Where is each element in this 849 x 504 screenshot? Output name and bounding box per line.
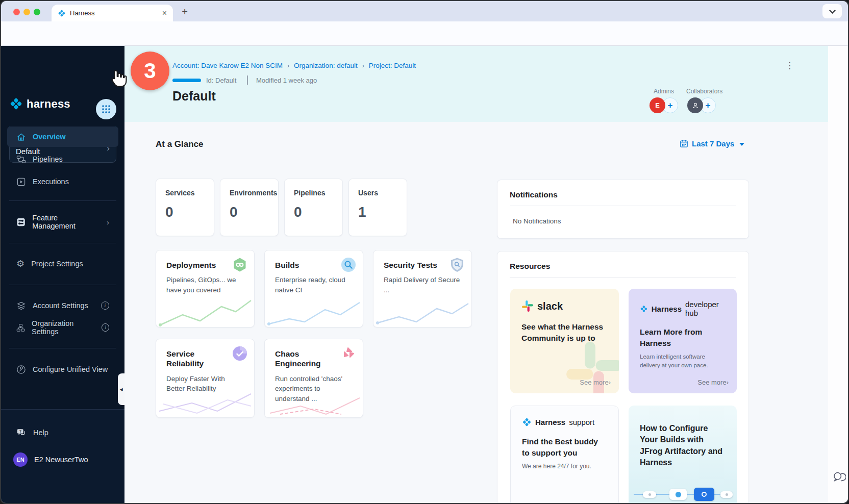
module-card-builds[interactable]: Builds Enterprise ready, cloud native CI <box>264 250 363 327</box>
notifications-empty-text: No Notifications <box>510 217 736 225</box>
user-avatar: EN <box>13 452 28 467</box>
help-chat-icon: ? <box>16 428 27 438</box>
sidebar-item-help[interactable]: ? Help <box>7 422 118 443</box>
sidebar-divider <box>9 243 116 243</box>
module-card-security-tests[interactable]: Security Tests Rapid Delivery of Secure … <box>373 250 472 327</box>
resource-heading: Find the Best buddy to support you <box>522 436 607 458</box>
tab-search-button[interactable] <box>822 4 842 18</box>
sidebar-item-pipelines[interactable]: Pipelines <box>7 149 118 169</box>
resource-heading: Learn More from Harness <box>640 326 726 348</box>
feature-flags-icon <box>16 217 26 227</box>
header-menu-icon[interactable]: ⋮ <box>785 60 794 71</box>
date-range-picker[interactable]: Last 7 Days <box>680 139 744 148</box>
caret-down-icon <box>739 143 744 146</box>
sidebar-item-label: Pipelines <box>33 155 63 163</box>
sidebar-divider <box>9 200 116 201</box>
sidebar-item-overview[interactable]: Overview <box>7 127 118 147</box>
chevron-right-icon: › <box>287 62 289 69</box>
sidebar-item-configure-unified-view[interactable]: Configure Unified View <box>7 359 118 380</box>
close-window-button[interactable] <box>13 9 20 15</box>
builds-icon <box>341 257 356 272</box>
glance-title: At a Glance <box>156 139 204 149</box>
module-card-deployments[interactable]: Deployments Pipelines, GitOps... we have… <box>156 250 255 327</box>
minimize-window-button[interactable] <box>23 9 30 15</box>
sidebar-item-label: Configure Unified View <box>33 365 108 373</box>
breadcrumb-project-link[interactable]: Project: Default <box>369 62 416 69</box>
stat-label: Users <box>358 189 397 197</box>
stat-label: Environments <box>230 189 269 197</box>
brand-bold: Harness <box>652 305 682 313</box>
layers-gear-icon <box>16 301 26 311</box>
browser-tab[interactable]: Harness × <box>52 5 173 21</box>
module-card-service-reliability[interactable]: Service Reliability Deploy Faster With B… <box>156 339 255 418</box>
collaborators-label: Collaborators <box>686 88 722 95</box>
resource-card-slack[interactable]: slack See what the Harness Community is … <box>510 289 619 393</box>
resource-heading: How to Configure Your Builds with JFrog … <box>640 423 726 469</box>
admin-avatar[interactable]: E <box>650 97 665 113</box>
sidebar-item-feature-management[interactable]: Feature Management › <box>7 212 118 232</box>
module-card-chaos-engineering[interactable]: Chaos Engineering Run controlled 'chaos'… <box>264 339 363 418</box>
stat-card-services: Services 0 <box>156 179 214 236</box>
info-icon[interactable]: i <box>102 323 109 332</box>
new-tab-button[interactable]: + <box>178 5 192 19</box>
tab-close-icon[interactable]: × <box>162 9 167 17</box>
panel-divider <box>510 277 736 278</box>
project-id: Id: Default <box>206 77 236 84</box>
breadcrumb-account-link[interactable]: Account: Dave Karow E2 Non SCIM <box>172 62 283 69</box>
harness-logo-icon <box>640 304 648 314</box>
sidebar-item-organization-settings[interactable]: Organization Settings i <box>7 317 118 338</box>
info-icon[interactable]: i <box>101 301 109 310</box>
stat-value: 0 <box>165 204 205 220</box>
notifications-panel: Notifications No Notifications <box>497 180 749 239</box>
stat-card-environments: Environments 0 <box>220 179 279 236</box>
sidebar-item-label: Organization Settings <box>32 319 95 336</box>
resource-card-jfrog[interactable]: How to Configure Your Builds with JFrog … <box>629 406 737 504</box>
pipeline-node <box>643 491 656 498</box>
project-header: Account: Dave Karow E2 Non SCIM › Organi… <box>124 46 828 122</box>
sidebar-item-label: Feature Management <box>32 214 100 230</box>
annotation-step-badge: 3 <box>131 52 169 90</box>
main-content: Account: Dave Karow E2 Non SCIM › Organi… <box>124 46 828 504</box>
resource-card-support[interactable]: Harness support Find the Best buddy to s… <box>510 406 619 504</box>
home-icon <box>16 132 26 142</box>
stat-value: 1 <box>358 204 397 220</box>
module-title: Service Reliability <box>166 349 230 369</box>
chevron-down-icon <box>829 7 836 14</box>
harness-logo[interactable]: harness <box>9 97 70 111</box>
collaborator-avatar[interactable] <box>687 97 703 113</box>
sidebar-item-account-settings[interactable]: Account Settings i <box>7 295 118 316</box>
sidebar-item-executions[interactable]: Executions <box>7 171 118 192</box>
chaos-sparkline <box>265 394 363 417</box>
see-more-link[interactable]: See more› <box>580 379 611 386</box>
module-title: Security Tests <box>384 260 447 270</box>
modified-text: Modified 1 week ago <box>256 77 317 84</box>
sidebar-collapse-handle[interactable]: ◀ <box>118 373 124 405</box>
pipeline-node-active <box>694 488 714 501</box>
chevron-right-icon: › <box>609 379 611 386</box>
sidebar-item-project-settings[interactable]: ⚙ Project Settings <box>7 254 118 274</box>
sidebar-divider <box>9 285 116 285</box>
brand-rest: support <box>569 418 594 426</box>
module-description: Rapid Delivery of Secure ... <box>384 275 460 295</box>
resources-panel: Resources slack See what the Harness Com… <box>497 251 749 504</box>
chevron-right-icon: › <box>107 218 109 226</box>
module-description: Pipelines, GitOps... we have you covered <box>166 275 243 295</box>
brand-bold: Harness <box>535 418 565 426</box>
maximize-window-button[interactable] <box>34 9 40 15</box>
sidebar-user[interactable]: EN E2 NewuserTwo <box>7 449 118 470</box>
module-description: Enterprise ready, cloud native CI <box>275 275 352 295</box>
see-more-link[interactable]: See more› <box>697 379 729 386</box>
resource-card-developer-hub[interactable]: Harness developer hub Learn More from Ha… <box>629 289 737 393</box>
browser-window: Harness × + ← → ↻ app.harness.io/ng/acco… <box>0 0 849 504</box>
breadcrumb-org-link[interactable]: Organization: default <box>294 62 358 69</box>
pipeline-diagram <box>634 488 732 501</box>
deployments-sparkline <box>156 296 255 327</box>
stat-value: 0 <box>294 204 333 220</box>
slack-logo-icon <box>521 300 534 312</box>
chat-launcher-icon[interactable] <box>832 470 846 484</box>
breadcrumb: Account: Dave Karow E2 Non SCIM › Organi… <box>172 62 416 69</box>
page-title: Default <box>172 89 216 104</box>
module-grid-button[interactable] <box>96 99 116 119</box>
pipeline-node <box>669 489 687 500</box>
module-title: Builds <box>275 260 339 270</box>
